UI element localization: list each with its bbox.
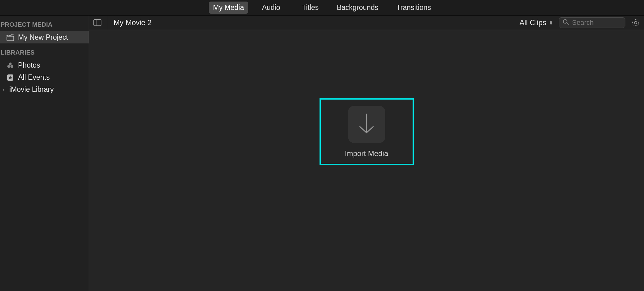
svg-point-4 <box>9 62 12 65</box>
down-arrow-icon <box>358 114 375 135</box>
updown-icon: ▲ ▼ <box>549 20 553 25</box>
chevron-right-icon[interactable]: › <box>1 86 6 93</box>
sidebar-item-label: iMovie Library <box>9 85 54 94</box>
clapperboard-icon <box>6 34 14 42</box>
settings-button[interactable] <box>631 18 640 27</box>
svg-point-10 <box>563 20 567 23</box>
sidebar-item-photos[interactable]: Photos <box>0 59 89 71</box>
sidebar-item-all-events[interactable]: All Events <box>0 71 89 83</box>
project-title: My Movie 2 <box>114 18 152 27</box>
search-field[interactable] <box>559 17 625 28</box>
svg-point-5 <box>7 65 10 68</box>
toolbar-divider <box>108 16 108 30</box>
media-area: Import Media <box>89 30 644 291</box>
sidebar-item-label: My New Project <box>18 33 68 42</box>
import-media-button[interactable]: Import Media <box>320 98 414 165</box>
filter-label: All Clips <box>519 18 546 27</box>
search-input[interactable] <box>572 19 621 27</box>
svg-rect-8 <box>94 20 101 26</box>
svg-rect-0 <box>7 36 14 41</box>
content-area: My Movie 2 All Clips ▲ ▼ <box>89 16 644 291</box>
toolbar: My Movie 2 All Clips ▲ ▼ <box>89 16 644 30</box>
svg-point-13 <box>634 21 637 24</box>
import-media-label: Import Media <box>345 149 388 158</box>
top-tabs: My Media Audio Titles Backgrounds Transi… <box>0 0 644 16</box>
sidebar-header-project-media: PROJECT MEDIA <box>0 16 89 31</box>
svg-point-12 <box>633 20 639 26</box>
tab-titles[interactable]: Titles <box>297 2 323 14</box>
import-icon-tile <box>348 106 385 143</box>
sidebar-item-label: Photos <box>18 61 40 69</box>
search-icon <box>563 19 569 26</box>
sidebar-item-imovie-library[interactable]: › iMovie Library <box>0 83 89 96</box>
tab-transitions[interactable]: Transitions <box>392 2 436 14</box>
svg-line-11 <box>567 23 568 25</box>
svg-point-6 <box>11 65 13 68</box>
star-box-icon <box>6 74 14 82</box>
photos-icon <box>6 61 14 69</box>
sidebar-header-libraries: LIBRARIES <box>0 43 89 59</box>
tab-my-media[interactable]: My Media <box>209 2 248 14</box>
sidebar-toggle-button[interactable] <box>93 19 102 27</box>
tab-audio[interactable]: Audio <box>257 2 284 14</box>
clips-filter-dropdown[interactable]: All Clips ▲ ▼ <box>519 18 553 27</box>
tab-backgrounds[interactable]: Backgrounds <box>332 2 382 14</box>
sidebar-item-label: All Events <box>18 73 50 82</box>
sidebar: PROJECT MEDIA My New Project LIBRARIES <box>0 16 89 291</box>
sidebar-item-project[interactable]: My New Project <box>0 31 89 43</box>
